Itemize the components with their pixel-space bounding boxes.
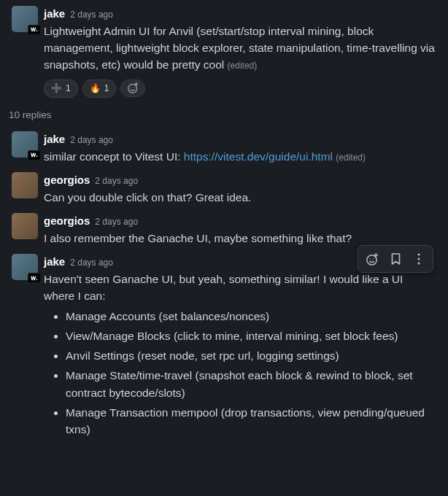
main-message: ᴡ. jake 2 days ago Lightweight Admin UI … xyxy=(0,0,448,101)
edited-label: (edited) xyxy=(336,152,366,163)
message-body: I also remember the Ganache UI, maybe so… xyxy=(44,230,436,247)
list-item: View/Manage Blocks (click to mine, inter… xyxy=(66,328,436,344)
bullet-list: Manage Accounts (set balances/nonces) Vi… xyxy=(44,308,436,438)
timestamp: 2 days ago xyxy=(70,134,113,147)
message-body: Haven't seen Ganache UI, but yeah, somet… xyxy=(44,271,436,438)
reaction-plus[interactable]: ➕ 1 xyxy=(44,80,78,98)
replies-count: 10 replies xyxy=(0,101,448,127)
message-body: similar concept to Vitest UI: https://vi… xyxy=(44,148,436,165)
message-hover-toolbar xyxy=(358,245,433,273)
react-button[interactable] xyxy=(360,248,384,270)
svg-point-5 xyxy=(373,258,374,259)
svg-point-2 xyxy=(134,88,134,88)
svg-point-1 xyxy=(131,88,131,88)
author-name[interactable]: georgios xyxy=(44,213,90,229)
message-body: Can you double click on that? Great idea… xyxy=(44,189,436,206)
reactions-bar: ➕ 1 🔥 1 xyxy=(44,80,436,98)
avatar[interactable] xyxy=(12,172,38,198)
avatar[interactable] xyxy=(12,213,38,239)
message-body: Lightweight Admin UI for Anvil (set/star… xyxy=(44,23,436,74)
reply-message: ᴡ. jake 2 days ago Haven't seen Ganache … xyxy=(0,249,448,443)
author-name[interactable]: georgios xyxy=(44,172,90,188)
list-item: Anvil Settings (reset node, set rpc url,… xyxy=(66,347,436,364)
svg-point-7 xyxy=(417,258,420,260)
svg-point-8 xyxy=(417,263,420,265)
avatar[interactable]: ᴡ. xyxy=(12,254,38,280)
author-name[interactable]: jake xyxy=(44,254,65,270)
avatar-badge: ᴡ. xyxy=(28,150,41,160)
svg-point-4 xyxy=(369,258,370,259)
avatar[interactable]: ᴡ. xyxy=(12,131,38,158)
reply-message: ᴡ. jake 2 days ago similar concept to Vi… xyxy=(0,127,448,168)
more-actions-button[interactable] xyxy=(407,248,430,270)
kebab-icon xyxy=(417,253,420,265)
link[interactable]: https://vitest.dev/guide/ui.html xyxy=(184,150,333,163)
timestamp: 2 days ago xyxy=(70,9,113,22)
avatar[interactable]: ᴡ. xyxy=(12,6,38,32)
reply-message: georgios 2 days ago Can you double click… xyxy=(0,168,448,209)
svg-point-3 xyxy=(366,255,376,265)
svg-point-0 xyxy=(128,85,137,93)
fire-icon: 🔥 xyxy=(90,82,101,96)
avatar-badge: ᴡ. xyxy=(28,25,41,35)
author-name[interactable]: jake xyxy=(44,131,65,147)
add-reaction-button[interactable] xyxy=(120,80,145,97)
reaction-count: 1 xyxy=(66,82,71,96)
svg-point-6 xyxy=(417,254,420,256)
list-item: Manage Accounts (set balances/nonces) xyxy=(66,308,436,325)
reaction-count: 1 xyxy=(104,82,109,96)
emoji-add-icon xyxy=(366,252,379,266)
bookmark-icon xyxy=(390,252,402,266)
plus-icon: ➕ xyxy=(51,82,62,96)
emoji-add-icon xyxy=(127,82,139,94)
avatar-badge: ᴡ. xyxy=(28,273,41,283)
author-name[interactable]: jake xyxy=(44,6,65,22)
timestamp: 2 days ago xyxy=(95,216,138,229)
timestamp: 2 days ago xyxy=(95,175,138,188)
reaction-fire[interactable]: 🔥 1 xyxy=(82,80,117,98)
reply-message: georgios 2 days ago I also remember the … xyxy=(0,209,448,249)
edited-label: (edited) xyxy=(228,61,258,71)
timestamp: 2 days ago xyxy=(70,257,113,270)
list-item: Manage State/time-travel (snapshot each … xyxy=(66,367,436,401)
bookmark-button[interactable] xyxy=(384,248,407,270)
list-item: Manage Transaction mempool (drop transac… xyxy=(66,404,436,438)
